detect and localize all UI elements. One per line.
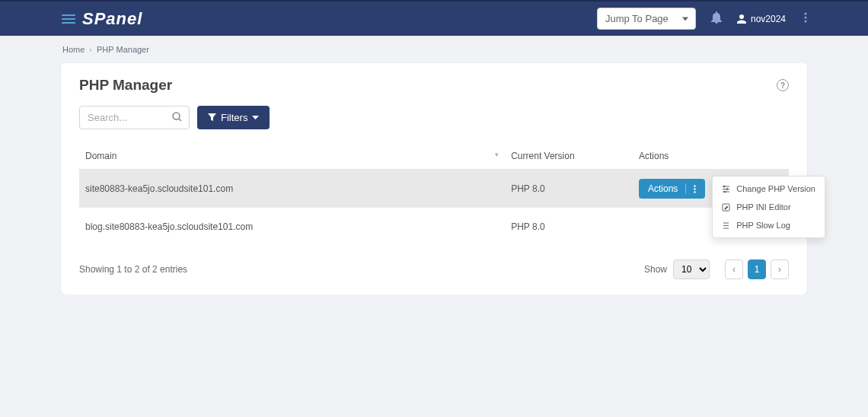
page-size-select[interactable]: 10 [673, 259, 710, 279]
svg-point-7 [694, 191, 696, 193]
menu-dots-icon [694, 185, 696, 193]
svg-point-1 [805, 17, 807, 19]
svg-point-0 [805, 13, 807, 15]
edit-icon [722, 203, 730, 212]
filters-label: Filters [221, 112, 247, 123]
notifications-icon[interactable] [711, 11, 722, 26]
filters-button[interactable]: Filters [197, 106, 270, 129]
svg-point-5 [694, 185, 696, 186]
cell-version: PHP 8.0 [505, 208, 633, 246]
list-icon [722, 221, 730, 230]
username: nov2024 [751, 14, 786, 24]
logo-icon [61, 12, 78, 26]
main-card: PHP Manager ? Filters Domain▾ Current Ve… [61, 63, 807, 294]
table-row: blog.site80883-kea5jo.scloudsite101.com … [79, 208, 789, 246]
cell-version: PHP 8.0 [505, 170, 633, 208]
dropdown-change-php-version[interactable]: Change PHP Version [713, 180, 825, 198]
svg-point-6 [694, 188, 696, 189]
cell-domain: blog.site80883-kea5jo.scloudsite101.com [79, 208, 505, 246]
breadcrumb-home[interactable]: Home [62, 45, 85, 54]
dropdown-php-slow-log[interactable]: PHP Slow Log [713, 216, 825, 234]
breadcrumb: Home › PHP Manager [61, 36, 807, 63]
breadcrumb-current: PHP Manager [97, 45, 149, 54]
domains-table: Domain▾ Current Version Actions site8088… [79, 143, 789, 246]
svg-point-11 [723, 186, 725, 187]
jump-to-page-select[interactable]: Jump To Page [597, 8, 696, 30]
cell-domain: site80883-kea5jo.scloudsite101.com [79, 170, 505, 208]
pager-prev[interactable]: ‹ [725, 259, 743, 279]
sliders-icon [722, 185, 730, 193]
pager-page-1[interactable]: 1 [748, 259, 766, 279]
sort-indicator-icon: ▾ [495, 151, 499, 158]
chevron-right-icon: › [89, 45, 92, 54]
pager-next[interactable]: › [771, 259, 789, 279]
svg-point-13 [724, 191, 726, 193]
chevron-down-icon [252, 116, 259, 120]
col-header-version[interactable]: Current Version [505, 143, 633, 170]
brand-logo[interactable]: SPanel [61, 9, 142, 29]
search-input[interactable] [79, 106, 190, 129]
table-row: site80883-kea5jo.scloudsite101.com PHP 8… [79, 170, 789, 208]
help-icon[interactable]: ? [777, 79, 789, 91]
col-header-actions: Actions [633, 143, 789, 170]
page-title: PHP Manager [79, 77, 172, 94]
brand-text: SPanel [82, 9, 142, 29]
row-actions-button[interactable]: Actions [639, 179, 705, 199]
svg-point-12 [726, 188, 728, 189]
actions-dropdown: Change PHP Version PHP INI Editor PHP Sl… [712, 176, 825, 238]
col-header-domain[interactable]: Domain▾ [79, 143, 505, 170]
show-label: Show [644, 264, 667, 275]
dropdown-php-ini-editor[interactable]: PHP INI Editor [713, 198, 825, 216]
svg-point-2 [805, 21, 807, 23]
entries-info: Showing 1 to 2 of 2 entries [79, 264, 187, 275]
user-menu[interactable]: nov2024 [737, 14, 786, 24]
more-menu-icon[interactable] [804, 12, 807, 25]
user-icon [737, 14, 746, 24]
filter-icon [208, 113, 216, 122]
